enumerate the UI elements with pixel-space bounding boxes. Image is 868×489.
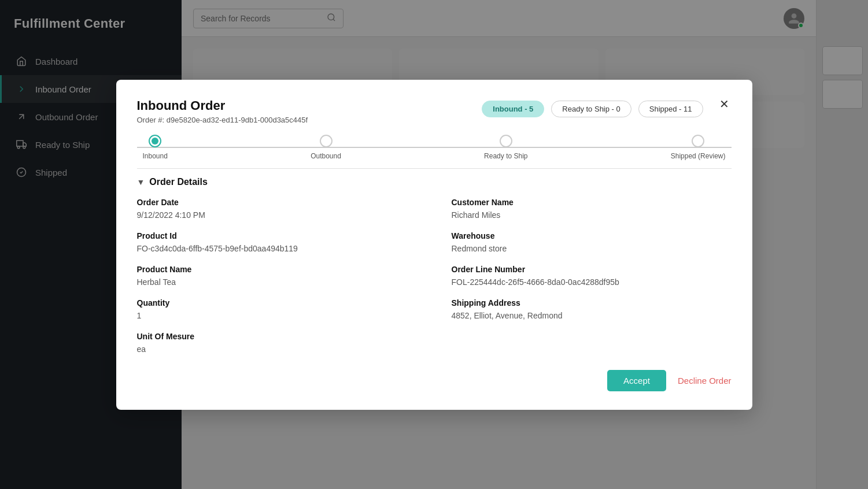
step-circle-shipped [692, 135, 704, 147]
quantity-value: 1 [137, 311, 417, 320]
product-name-label: Product Name [137, 265, 417, 274]
field-warehouse: Warehouse Redmond store [452, 231, 732, 253]
step-circle-inbound [149, 135, 161, 147]
chevron-down-icon: ▼ [137, 177, 145, 187]
modal-header: Inbound Order Order #: d9e5820e-ad32-ed1… [137, 98, 732, 124]
accept-button[interactable]: Accept [607, 370, 666, 391]
unit-of-measure-label: Unit Of Mesure [137, 332, 417, 341]
field-customer-name: Customer Name Richard Miles [452, 198, 732, 220]
field-product-name: Product Name Herbal Tea [137, 265, 417, 287]
step-label-outbound: Outbound [311, 152, 341, 160]
quantity-label: Quantity [137, 298, 417, 308]
step-circle-outbound [320, 135, 333, 147]
fields-grid: Order Date 9/12/2022 4:10 PM Customer Na… [137, 198, 732, 354]
divider-1 [137, 168, 732, 169]
progress-step-ready-to-ship: Ready to Ship [484, 135, 527, 160]
warehouse-value: Redmond store [452, 244, 732, 253]
progress-step-inbound: Inbound [143, 135, 168, 160]
modal-order-id: Order #: d9e5820e-ad32-ed11-9db1-000d3a5… [137, 116, 482, 124]
progress-section: Inbound Outbound Ready to Ship Shipped (… [137, 135, 732, 160]
customer-name-value: Richard Miles [452, 210, 732, 220]
order-line-number-label: Order Line Number [452, 265, 732, 274]
badge-inbound: Inbound - 5 [482, 101, 544, 117]
order-date-label: Order Date [137, 198, 417, 207]
modal-title: Inbound Order [137, 98, 482, 113]
modal-overlay[interactable]: Inbound Order Order #: d9e5820e-ad32-ed1… [0, 0, 868, 489]
step-label-ready: Ready to Ship [484, 152, 527, 160]
customer-name-label: Customer Name [452, 198, 732, 207]
badge-shipped: Shipped - 11 [638, 101, 703, 117]
order-date-value: 9/12/2022 4:10 PM [137, 210, 417, 220]
product-id-label: Product Id [137, 231, 417, 240]
step-circle-ready [500, 135, 512, 147]
modal-footer: Accept Decline Order [137, 370, 732, 391]
modal-status-badges: Inbound - 5 Ready to Ship - 0 Shipped - … [482, 101, 703, 117]
progress-step-shipped-review: Shipped (Review) [671, 135, 726, 160]
field-order-date: Order Date 9/12/2022 4:10 PM [137, 198, 417, 220]
unit-of-measure-value: ea [137, 344, 417, 354]
order-details-title: Order Details [149, 177, 207, 187]
shipping-address-label: Shipping Address [452, 298, 732, 308]
step-label-inbound: Inbound [143, 152, 168, 160]
field-quantity: Quantity 1 [137, 298, 417, 320]
field-shipping-address: Shipping Address 4852, Elliot, Avenue, R… [452, 298, 732, 320]
field-unit-of-measure: Unit Of Mesure ea [137, 332, 417, 354]
modal-title-section: Inbound Order Order #: d9e5820e-ad32-ed1… [137, 98, 482, 124]
shipping-address-value: 4852, Elliot, Avenue, Redmond [452, 311, 732, 320]
product-name-value: Herbal Tea [137, 277, 417, 287]
decline-button[interactable]: Decline Order [678, 376, 732, 386]
modal: Inbound Order Order #: d9e5820e-ad32-ed1… [116, 80, 752, 410]
field-product-id: Product Id FO-c3d4c0da-6ffb-4575-b9ef-bd… [137, 231, 417, 253]
product-id-value: FO-c3d4c0da-6ffb-4575-b9ef-bd0aa494b119 [137, 244, 417, 253]
step-label-shipped: Shipped (Review) [671, 152, 726, 160]
modal-close-button[interactable]: ✕ [717, 96, 732, 112]
order-line-number-value: FOL-225444dc-26f5-4666-8da0-0ac4288df95b [452, 277, 732, 287]
field-order-line-number: Order Line Number FOL-225444dc-26f5-4666… [452, 265, 732, 287]
progress-step-outbound: Outbound [311, 135, 341, 160]
badge-ready-to-ship: Ready to Ship - 0 [551, 101, 631, 117]
warehouse-label: Warehouse [452, 231, 732, 240]
progress-steps: Inbound Outbound Ready to Ship Shipped (… [143, 135, 726, 160]
order-details-header[interactable]: ▼ Order Details [137, 177, 732, 187]
